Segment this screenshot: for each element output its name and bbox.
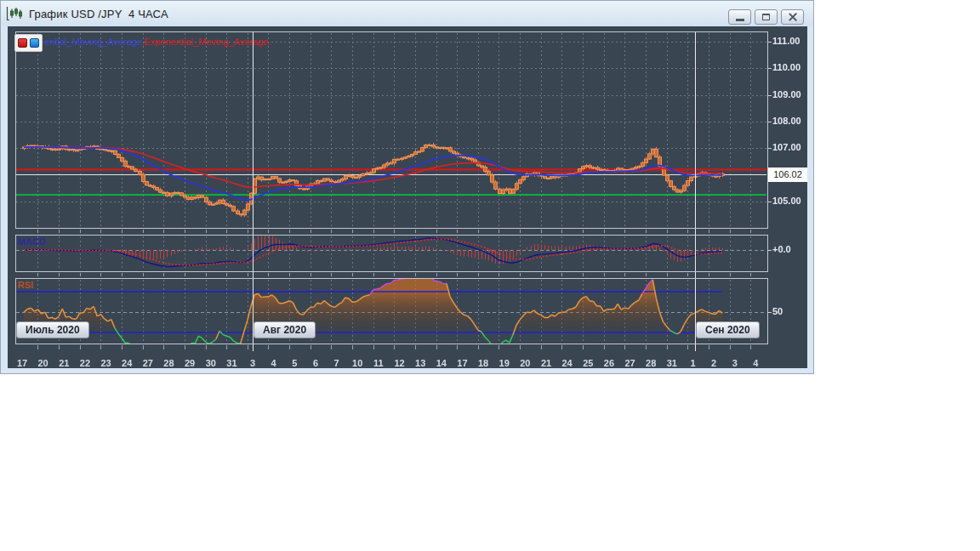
date-axis-label: 23 <box>96 358 117 368</box>
date-axis-label: 1 <box>682 358 703 368</box>
date-axis-label: 25 <box>578 358 598 368</box>
price-axis-label: 110.00 <box>772 62 808 72</box>
date-axis-label: 14 <box>431 358 452 368</box>
date-axis-label: 4 <box>745 358 766 368</box>
chart-window: График USD /JPY 4 ЧАСА ential_Moving_Ave… <box>0 0 814 374</box>
date-axis-label: 6 <box>305 358 326 368</box>
date-axis-label: 7 <box>327 358 347 368</box>
legend-blue-swatch <box>30 38 39 48</box>
rsi-axis-label: 50 <box>772 306 783 316</box>
date-axis-label: 27 <box>620 358 641 368</box>
date-axis-label: 17 <box>452 358 472 368</box>
date-axis-label: 24 <box>117 358 137 368</box>
chart-client-area: ential_Moving_Average.Exponential_Moving… <box>8 26 807 368</box>
price-axis-label: 107.00 <box>772 142 808 152</box>
date-axis-label: 29 <box>179 358 200 368</box>
macd-label: MACD <box>18 236 46 247</box>
date-axis-label: 18 <box>473 358 493 368</box>
price-axis-label: 111.00 <box>772 36 808 46</box>
date-axis-label: 12 <box>390 358 410 368</box>
date-axis-label: 4 <box>264 358 284 368</box>
date-axis-label: 28 <box>641 358 661 368</box>
legend-ema-slow-label: .Exponential_Moving_Average. <box>142 37 271 47</box>
indicator-legend: ential_Moving_Average.Exponential_Moving… <box>44 37 271 47</box>
restore-button[interactable] <box>755 9 778 25</box>
date-axis-label: 21 <box>54 358 74 368</box>
date-axis-label: 17 <box>12 358 32 368</box>
price-axis-label: 105.00 <box>772 196 808 206</box>
date-axis-label: 3 <box>725 358 745 368</box>
current-price-box: 106.02 <box>768 168 807 182</box>
date-axis-label: 20 <box>33 358 54 368</box>
legend-ema-fast-label: ential_Moving_Average <box>44 37 142 47</box>
candlestick-chart-icon <box>6 7 23 21</box>
close-button[interactable] <box>781 9 804 25</box>
date-axis-label: 5 <box>284 358 305 368</box>
date-axis-label: 11 <box>368 358 389 368</box>
date-axis-label: 19 <box>494 358 515 368</box>
date-axis-label: 13 <box>410 358 430 368</box>
close-icon <box>789 13 797 21</box>
desktop: График USD /JPY 4 ЧАСА ential_Moving_Ave… <box>0 0 980 551</box>
date-axis-label: 22 <box>75 358 95 368</box>
date-axis-label: 31 <box>221 358 242 368</box>
minimize-icon <box>736 19 744 21</box>
date-axis-label: 26 <box>599 358 619 368</box>
date-axis-label: 21 <box>536 358 556 368</box>
chart-canvas[interactable] <box>8 26 807 368</box>
window-controls <box>728 9 804 25</box>
date-axis-label: 20 <box>515 358 535 368</box>
rsi-label: RSI <box>18 280 33 290</box>
date-axis-label: 10 <box>347 358 368 368</box>
date-axis-label: 2 <box>704 358 724 368</box>
date-axis-label: 3 <box>242 358 263 368</box>
restore-icon <box>762 14 770 20</box>
date-axis-label: 31 <box>662 358 682 368</box>
date-axis-label: 30 <box>201 358 221 368</box>
month-button-september[interactable]: Сен 2020 <box>696 321 760 338</box>
minimize-button[interactable] <box>728 9 751 25</box>
legend-color-box[interactable] <box>14 34 43 52</box>
price-axis-label: 108.00 <box>772 116 808 126</box>
window-titlebar[interactable]: График USD /JPY 4 ЧАСА <box>1 1 813 26</box>
price-axis-label: 109.00 <box>772 89 808 99</box>
window-title: График USD /JPY 4 ЧАСА <box>29 8 168 20</box>
legend-red-swatch <box>18 38 27 48</box>
month-button-july[interactable]: Июль 2020 <box>16 321 89 338</box>
month-button-august[interactable]: Авг 2020 <box>254 321 316 338</box>
date-axis-label: 27 <box>138 358 158 368</box>
date-axis-label: 24 <box>557 358 578 368</box>
date-axis-label: 28 <box>158 358 179 368</box>
macd-axis-label: +0.0 <box>772 244 791 254</box>
